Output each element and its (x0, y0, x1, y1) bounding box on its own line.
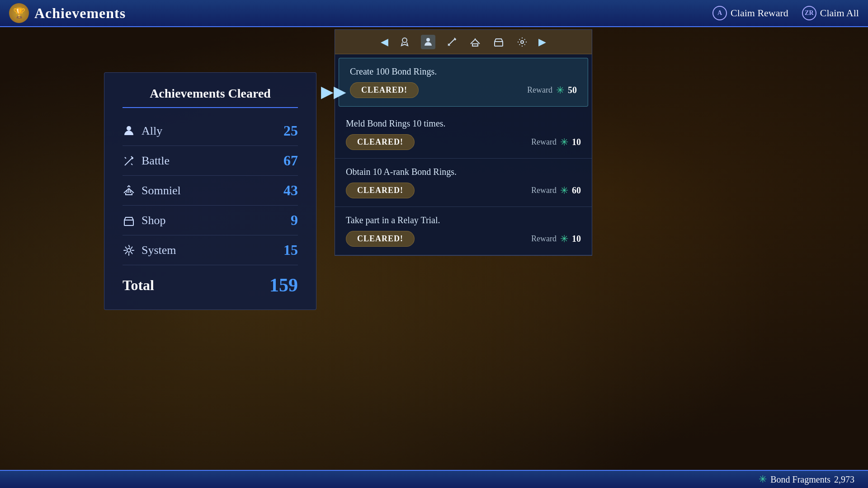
sword-icon (123, 155, 135, 167)
bond-fragments-value: 2,973 (834, 474, 854, 485)
shop-icon (123, 214, 135, 227)
nav-prev-arrow[interactable]: ◀ (381, 36, 388, 48)
ally-count: 25 (283, 122, 298, 139)
svg-point-10 (426, 38, 430, 42)
shop-count: 9 (291, 212, 298, 229)
reward-label-1: Reward (527, 85, 552, 95)
bond-star-icon: ✳ (759, 474, 767, 485)
cleared-button-1[interactable]: CLEARED! (350, 82, 419, 98)
reward-label-2: Reward (531, 137, 557, 147)
reward-star-4: ✳ (560, 233, 568, 245)
achievement-card-4: Take part in a Relay Trial. CLEARED! Rew… (335, 207, 592, 255)
nav-gear-icon[interactable] (515, 35, 529, 49)
ally-label: Ally (142, 124, 162, 138)
reward-value-4: 10 (572, 234, 581, 244)
svg-rect-6 (124, 220, 133, 225)
claim-all-button-letter: ZR (802, 6, 816, 20)
nav-sword-icon[interactable] (444, 35, 459, 49)
achievement-card-1: Create 100 Bond Rings. CLEARED! Reward ✳… (339, 58, 588, 107)
reward-label-4: Reward (531, 234, 557, 244)
cleared-button-3[interactable]: CLEARED! (346, 183, 415, 198)
reward-star-2: ✳ (560, 136, 568, 148)
achievement-bottom-4: CLEARED! Reward ✳ 10 (346, 231, 581, 247)
ally-row[interactable]: Ally 25 (123, 116, 298, 146)
svg-rect-13 (472, 44, 478, 46)
battle-label: Battle (142, 154, 170, 168)
claim-reward-button-letter: A (712, 6, 727, 20)
shop-row[interactable]: Shop 9 (123, 206, 298, 235)
arrow-pointer: ▶▶ (321, 82, 346, 101)
achievement-title-2: Meld Bond Rings 10 times. (346, 118, 581, 129)
header-left: 🏆 Achievements (9, 3, 126, 23)
nav-person-icon[interactable] (421, 35, 435, 49)
page-title: Achievements (34, 5, 126, 22)
nav-achievement-icon[interactable] (397, 35, 412, 49)
somniel-label: Somniel (142, 184, 181, 197)
total-label: Total (123, 277, 154, 294)
svg-rect-15 (495, 42, 503, 46)
battle-row-left: Battle (123, 154, 170, 168)
reward-section-4: Reward ✳ 10 (531, 233, 581, 245)
achievement-bottom-1: CLEARED! Reward ✳ 50 (350, 82, 577, 98)
svg-point-17 (521, 41, 524, 43)
reward-label-3: Reward (531, 186, 557, 195)
claim-reward-label: Claim Reward (731, 7, 788, 19)
category-nav: ◀ (335, 30, 592, 54)
svg-point-9 (402, 38, 407, 42)
system-row-left: System (123, 244, 176, 257)
somniel-count: 43 (283, 182, 298, 199)
total-row: Total 159 (123, 265, 298, 296)
gear-icon (123, 244, 135, 257)
achievement-bottom-2: CLEARED! Reward ✳ 10 (346, 134, 581, 150)
trophy-icon: 🏆 (9, 3, 29, 23)
battle-count: 67 (283, 152, 298, 169)
somniel-row[interactable]: Somniel 43 (123, 176, 298, 206)
reward-star-3: ✳ (560, 185, 568, 197)
reward-value-1: 50 (568, 85, 577, 95)
shop-row-left: Shop (123, 214, 165, 227)
nav-next-arrow[interactable]: ▶ (538, 36, 546, 48)
achievement-card-3: Obtain 10 A-rank Bond Rings. CLEARED! Re… (335, 159, 592, 207)
shop-label: Shop (142, 214, 165, 227)
total-count: 159 (269, 274, 298, 296)
ally-row-left: Ally (123, 124, 162, 138)
claim-all-button[interactable]: ZR Claim All (802, 6, 859, 20)
achievement-card-2: Meld Bond Rings 10 times. CLEARED! Rewar… (335, 110, 592, 159)
nav-somniel-icon[interactable] (468, 35, 482, 49)
bond-fragments-display: ✳ Bond Fragments 2,973 (759, 474, 854, 485)
svg-point-0 (127, 126, 131, 131)
bottom-bar: ✳ Bond Fragments 2,973 (0, 470, 868, 488)
reward-value-2: 10 (572, 137, 581, 147)
claim-all-label: Claim All (820, 7, 859, 19)
reward-section-3: Reward ✳ 60 (531, 185, 581, 197)
nav-shop-icon[interactable] (491, 35, 506, 49)
somniel-icon (123, 184, 135, 197)
achievement-bottom-3: CLEARED! Reward ✳ 60 (346, 183, 581, 198)
bond-fragments-label: Bond Fragments (770, 474, 830, 485)
achievement-title-4: Take part in a Relay Trial. (346, 215, 581, 225)
reward-star-1: ✳ (556, 84, 564, 96)
cleared-button-4[interactable]: CLEARED! (346, 231, 415, 247)
system-label: System (142, 244, 176, 257)
achievement-title-1: Create 100 Bond Rings. (350, 66, 577, 77)
reward-section-1: Reward ✳ 50 (527, 84, 577, 96)
cleared-button-2[interactable]: CLEARED! (346, 134, 415, 150)
system-row[interactable]: System 15 (123, 235, 298, 265)
system-count: 15 (283, 242, 298, 258)
achievements-cleared-title: Achievements Cleared (123, 86, 298, 108)
achievement-title-3: Obtain 10 A-rank Bond Rings. (346, 167, 581, 177)
achievement-detail-panel: ◀ (335, 29, 592, 256)
reward-value-3: 60 (572, 185, 581, 196)
person-icon (123, 125, 135, 137)
battle-row[interactable]: Battle 67 (123, 146, 298, 176)
reward-section-2: Reward ✳ 10 (531, 136, 581, 148)
top-bar: 🏆 Achievements A Claim Reward ZR Claim A… (0, 0, 868, 27)
claim-reward-button[interactable]: A Claim Reward (712, 6, 788, 20)
achievements-cleared-panel: Achievements Cleared Ally 25 Battle (104, 72, 316, 310)
svg-point-8 (127, 249, 131, 252)
somniel-row-left: Somniel (123, 184, 181, 197)
header-right: A Claim Reward ZR Claim All (712, 6, 859, 20)
